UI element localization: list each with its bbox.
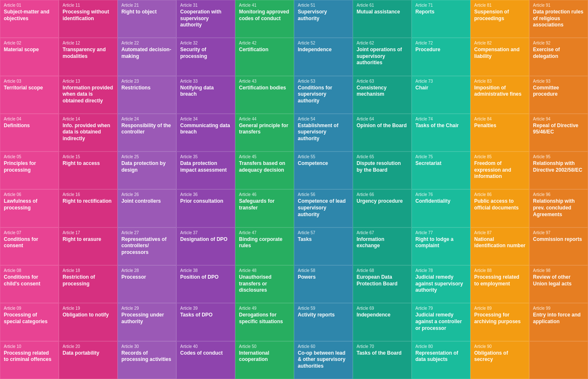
- article-cell[interactable]: Article 23Restrictions: [118, 76, 176, 114]
- article-cell[interactable]: Article 26Joint controllers: [118, 189, 176, 227]
- article-cell[interactable]: Article 42Certification: [235, 38, 294, 76]
- article-cell[interactable]: Article 89Processing for archiving purpo…: [470, 303, 529, 341]
- article-cell[interactable]: Article 51Supervisory authority: [294, 0, 353, 38]
- article-cell[interactable]: Article 16Right to rectification: [59, 189, 118, 227]
- article-cell[interactable]: Article 98Review of other Union legal ac…: [529, 265, 588, 303]
- article-cell[interactable]: Article 25Data protection by design: [118, 152, 176, 189]
- article-cell[interactable]: Article 63Consistency mechanism: [353, 76, 412, 114]
- article-cell[interactable]: Article 64Opinion of the Board: [353, 114, 412, 152]
- article-cell[interactable]: Article 32Security of processing: [176, 38, 235, 76]
- article-cell[interactable]: Article 83Imposition of administrative f…: [470, 76, 529, 114]
- article-cell[interactable]: Article 33Notifying data breach: [176, 76, 235, 114]
- article-cell[interactable]: Article 06Lawfulness of processing: [0, 189, 59, 227]
- article-cell[interactable]: Article 10Processing related to criminal…: [0, 341, 59, 379]
- article-cell[interactable]: Article 74Tasks of the Chair: [412, 114, 470, 152]
- article-cell[interactable]: Article 66Urgency procedure: [353, 189, 412, 227]
- article-cell[interactable]: Article 75Secretariat: [412, 152, 470, 189]
- article-cell[interactable]: Article 85Freedom of expression and info…: [470, 152, 529, 189]
- article-cell[interactable]: Article 34Communicating data breach: [176, 114, 235, 152]
- article-cell[interactable]: Article 15Right to access: [59, 152, 118, 189]
- article-cell[interactable]: Article 18Restriction of processing: [59, 265, 118, 303]
- article-cell[interactable]: Article 19Obligation to notify: [59, 303, 118, 341]
- article-cell[interactable]: Article 52Independence: [294, 38, 353, 76]
- article-cell[interactable]: Article 57Tasks: [294, 227, 353, 265]
- article-cell[interactable]: Article 73Chair: [412, 76, 470, 114]
- article-cell[interactable]: Article 86Public access to official docu…: [470, 189, 529, 227]
- article-cell[interactable]: Article 41Monitoring approved codes of c…: [235, 0, 294, 38]
- article-cell[interactable]: Article 39Tasks of DPO: [176, 303, 235, 341]
- article-cell[interactable]: Article 56Competence of lead supervisory…: [294, 189, 353, 227]
- article-cell[interactable]: Article 50International cooperation: [235, 341, 294, 379]
- article-cell[interactable]: Article 71Reports: [412, 0, 470, 38]
- article-cell[interactable]: Article 69Independence: [353, 303, 412, 341]
- article-cell[interactable]: Article 48Unauthorised transfers or disc…: [235, 265, 294, 303]
- article-cell[interactable]: Article 02Material scope: [0, 38, 59, 76]
- article-cell[interactable]: Article 14Info. provided when data is ob…: [59, 114, 118, 152]
- article-cell[interactable]: Article 17Right to erasure: [59, 227, 118, 265]
- article-cell[interactable]: Article 82Compensation and liability: [470, 38, 529, 76]
- article-cell[interactable]: Article 31Cooperation with supervisory a…: [176, 0, 235, 38]
- article-cell[interactable]: Article 58Powers: [294, 265, 353, 303]
- article-cell[interactable]: Article 94Repeal of Directive 95/46/EC: [529, 114, 588, 152]
- article-cell[interactable]: Article 62Joint operations of supervisor…: [353, 38, 412, 76]
- article-cell[interactable]: Article 90Obligations of secrecy: [470, 341, 529, 379]
- article-cell[interactable]: Article 70Tasks of the Board: [353, 341, 412, 379]
- article-cell[interactable]: Article 28Processor: [118, 265, 176, 303]
- article-cell[interactable]: Article 11Processing without identificat…: [59, 0, 118, 38]
- article-cell[interactable]: Article 27Representatives of controllers…: [118, 227, 176, 265]
- article-cell[interactable]: Article 92Exercise of delegation: [529, 38, 588, 76]
- article-cell[interactable]: Article 37Designation of DPO: [176, 227, 235, 265]
- article-cell[interactable]: Article 40Codes of conduct: [176, 341, 235, 379]
- article-cell[interactable]: Article 54Establishment of supervisory a…: [294, 114, 353, 152]
- article-cell[interactable]: Article 67Information exchange: [353, 227, 412, 265]
- article-cell[interactable]: Article 95Relationship with Directive 20…: [529, 152, 588, 189]
- article-cell[interactable]: Article 20Data portability: [59, 341, 118, 379]
- article-cell[interactable]: Article 79Judicial remedy against a cont…: [412, 303, 470, 341]
- article-cell[interactable]: Article 77Right to lodge a complaint: [412, 227, 470, 265]
- article-cell[interactable]: Article 01Subject-matter and objectives: [0, 0, 59, 38]
- article-cell[interactable]: Article 99Entry into force and applicati…: [529, 303, 588, 341]
- article-cell[interactable]: Article 80Representation of data subject…: [412, 341, 470, 379]
- article-cell[interactable]: Article 45Transfers based on adequacy de…: [235, 152, 294, 189]
- article-cell[interactable]: Article 13Information provided when data…: [59, 76, 118, 114]
- article-cell[interactable]: Article 09Processing of special categori…: [0, 303, 59, 341]
- article-cell[interactable]: Article 03Territorial scope: [0, 76, 59, 114]
- article-cell[interactable]: Article 05Principles for processing: [0, 152, 59, 189]
- article-cell[interactable]: Article 35Data protection impact assessm…: [176, 152, 235, 189]
- article-cell[interactable]: Article 81Suspension of proceedings: [470, 0, 529, 38]
- article-cell[interactable]: Article 96Relationship with prev. conclu…: [529, 189, 588, 227]
- article-cell[interactable]: Article 68European Data Protection Board: [353, 265, 412, 303]
- article-cell[interactable]: Article 65Dispute resolution by the Boar…: [353, 152, 412, 189]
- article-cell[interactable]: Article 53Conditions for supervisory aut…: [294, 76, 353, 114]
- article-cell[interactable]: Article 44General principle for transfer…: [235, 114, 294, 152]
- article-cell[interactable]: Article 72Procedure: [412, 38, 470, 76]
- article-cell[interactable]: Article 08Conditions for child's consent: [0, 265, 59, 303]
- article-cell[interactable]: Article 46Safeguards for transfer: [235, 189, 294, 227]
- article-cell[interactable]: Article 76Confidentiality: [412, 189, 470, 227]
- article-cell[interactable]: [529, 341, 588, 379]
- article-cell[interactable]: Article 29Processing under authority: [118, 303, 176, 341]
- article-cell[interactable]: Article 97Commission reports: [529, 227, 588, 265]
- article-cell[interactable]: Article 21Right to object: [118, 0, 176, 38]
- article-cell[interactable]: Article 84Penalties: [470, 114, 529, 152]
- article-cell[interactable]: Article 88Processing related to employme…: [470, 265, 529, 303]
- article-cell[interactable]: Article 24Responsibility of the controll…: [118, 114, 176, 152]
- article-cell[interactable]: Article 07Conditions for consent: [0, 227, 59, 265]
- article-cell[interactable]: Article 61Mutual assistance: [353, 0, 412, 38]
- article-cell[interactable]: Article 93Committee procedure: [529, 76, 588, 114]
- article-cell[interactable]: Article 12Transparency and modalities: [59, 38, 118, 76]
- article-cell[interactable]: Article 04Definitions: [0, 114, 59, 152]
- article-cell[interactable]: Article 30Records of processing activiti…: [118, 341, 176, 379]
- article-cell[interactable]: Article 55Competence: [294, 152, 353, 189]
- article-cell[interactable]: Article 36Prior consultation: [176, 189, 235, 227]
- article-cell[interactable]: Article 60Co-op between lead & other sup…: [294, 341, 353, 379]
- article-cell[interactable]: Article 87National identification number: [470, 227, 529, 265]
- article-cell[interactable]: Article 78Judicial remedy against superv…: [412, 265, 470, 303]
- article-cell[interactable]: Article 47Binding corporate rules: [235, 227, 294, 265]
- article-cell[interactable]: Article 43Certification bodies: [235, 76, 294, 114]
- article-cell[interactable]: Article 49Derogations for specific situa…: [235, 303, 294, 341]
- article-cell[interactable]: Article 22Automated decision-making: [118, 38, 176, 76]
- article-cell[interactable]: Article 91Data protection rules of relig…: [529, 0, 588, 38]
- article-cell[interactable]: Article 59Activity reports: [294, 303, 353, 341]
- article-cell[interactable]: Article 38Position of DPO: [176, 265, 235, 303]
